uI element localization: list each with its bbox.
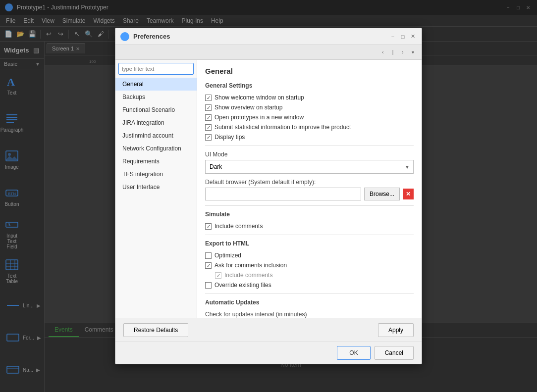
pref-apply-button[interactable]: Apply <box>378 323 414 337</box>
pref-nav-functional[interactable]: Functional Scenario <box>115 103 197 116</box>
pref-nav-backups[interactable]: Backups <box>115 91 197 103</box>
pref-dialog-icon <box>120 32 129 41</box>
pref-checkbox-askcomments[interactable] <box>205 262 212 269</box>
pref-check-newwindow: Open prototypes in a new window <box>205 114 414 121</box>
pref-nav-fwd[interactable]: › <box>399 49 407 56</box>
modal-overlay: Preferences − □ ✕ ‹ | › ▾ General Backup… <box>0 0 537 392</box>
pref-footer-right: Apply <box>378 323 414 337</box>
pref-checkbox-newwindow[interactable] <box>205 114 212 121</box>
pref-label-statistical: Submit statistical information to improv… <box>215 124 351 131</box>
pref-content: General General Settings Show welcome wi… <box>197 60 422 318</box>
pref-label-override: Override existing files <box>215 282 271 289</box>
pref-label-includecomments-sub: Include comments <box>224 272 272 279</box>
pref-browser-label: Default browser (System default if empty… <box>205 179 414 186</box>
pref-ok-cancel-row: OK Cancel <box>115 342 422 364</box>
pref-ui-mode-label: UI Mode <box>205 151 414 158</box>
pref-footer: Restore Defaults Apply <box>115 318 422 342</box>
pref-check-overview: Show overview on startup <box>205 104 414 111</box>
pref-label-includecomments: Include comments <box>215 223 263 230</box>
pref-check-welcome: Show welcome window on startup <box>205 94 414 101</box>
pref-label-overview: Show overview on startup <box>215 104 282 111</box>
pref-footer-sub: Restore Defaults Apply <box>123 323 414 337</box>
pref-restore-defaults-button[interactable]: Restore Defaults <box>123 323 188 337</box>
pref-header: ‹ | › ▾ <box>115 45 422 60</box>
pref-checkbox-optimized[interactable] <box>205 252 212 259</box>
pref-ui-mode-select[interactable]: Dark <box>205 160 414 174</box>
pref-auto-updates-title: Automatic Updates <box>205 299 414 307</box>
pref-divider-4 <box>205 294 414 294</box>
pref-ok-button[interactable]: OK <box>337 346 370 360</box>
pref-check-override: Override existing files <box>205 282 414 289</box>
pref-divider-2 <box>205 205 414 206</box>
pref-checkbox-statistical[interactable] <box>205 124 212 131</box>
pref-restore-button[interactable]: □ <box>399 33 407 41</box>
pref-title-bar: Preferences − □ ✕ <box>115 28 422 45</box>
pref-label-welcome: Show welcome window on startup <box>215 94 304 101</box>
pref-label-tips: Display tips <box>215 134 245 141</box>
pref-check-statistical: Submit statistical information to improv… <box>205 124 414 131</box>
pref-nav-menu[interactable]: ▾ <box>409 49 417 56</box>
pref-cancel-button[interactable]: Cancel <box>375 346 414 360</box>
pref-title-buttons: − □ ✕ <box>389 33 417 41</box>
pref-browse-row: Browse... ✕ <box>205 188 414 200</box>
pref-close-button[interactable]: ✕ <box>409 33 417 41</box>
pref-divider-1 <box>205 146 414 146</box>
pref-check-optimized: Optimized <box>205 252 414 259</box>
pref-nav-tfs[interactable]: TFS integration <box>115 168 197 181</box>
pref-nav-account[interactable]: Justinmind account <box>115 129 197 142</box>
pref-checkbox-tips[interactable] <box>205 134 212 141</box>
pref-label-newwindow: Open prototypes in a new window <box>215 114 304 121</box>
pref-divider-3 <box>205 235 414 235</box>
pref-nav: General Backups Functional Scenario JIRA… <box>115 60 197 318</box>
pref-label-askcomments: Ask for comments inclusion <box>215 262 287 269</box>
pref-check-includecomments-sub: Include comments <box>215 272 414 279</box>
pref-clear-button[interactable]: ✕ <box>403 189 414 199</box>
pref-general-settings-title: General Settings <box>205 82 414 90</box>
pref-nav-ui[interactable]: User Interface <box>115 181 197 194</box>
pref-check-interval-label: Check for updates interval (in minutes) <box>205 311 414 318</box>
pref-nav-general[interactable]: General <box>115 78 197 91</box>
pref-checkbox-includecomments-sub[interactable] <box>215 272 221 279</box>
pref-checkbox-override[interactable] <box>205 282 212 289</box>
pref-check-includecomments: Include comments <box>205 223 414 230</box>
pref-ui-mode-wrap: Dark ▼ <box>205 160 414 174</box>
pref-nav-requirements[interactable]: Requirements <box>115 155 197 168</box>
pref-label-optimized: Optimized <box>215 252 241 259</box>
pref-nav-separator: | <box>389 49 397 56</box>
pref-checkbox-overview[interactable] <box>205 104 212 111</box>
pref-check-tips: Display tips <box>205 134 414 141</box>
pref-nav-controls: ‹ | › ▾ <box>379 49 417 56</box>
pref-checkbox-includecomments[interactable] <box>205 223 212 230</box>
pref-filter-input[interactable] <box>118 63 194 75</box>
pref-body: General Backups Functional Scenario JIRA… <box>115 60 422 318</box>
pref-ui-mode-value: Dark <box>210 163 222 170</box>
pref-dialog-title: Preferences <box>133 33 389 40</box>
pref-nav-jira[interactable]: JIRA integration <box>115 116 197 129</box>
pref-browse-button[interactable]: Browse... <box>364 188 400 200</box>
pref-minimize-button[interactable]: − <box>389 33 397 41</box>
pref-checkbox-welcome[interactable] <box>205 95 212 101</box>
pref-footer-left: Restore Defaults <box>123 323 188 337</box>
pref-check-askcomments: Ask for comments inclusion <box>205 262 414 269</box>
pref-nav-back[interactable]: ‹ <box>379 49 387 56</box>
pref-export-html-title: Export to HTML <box>205 240 414 248</box>
pref-simulate-title: Simulate <box>205 211 414 219</box>
pref-nav-network[interactable]: Network Configuration <box>115 142 197 155</box>
pref-section-title: General <box>205 67 414 75</box>
pref-browser-input[interactable] <box>205 188 361 200</box>
preferences-dialog: Preferences − □ ✕ ‹ | › ▾ General Backup… <box>115 28 422 364</box>
